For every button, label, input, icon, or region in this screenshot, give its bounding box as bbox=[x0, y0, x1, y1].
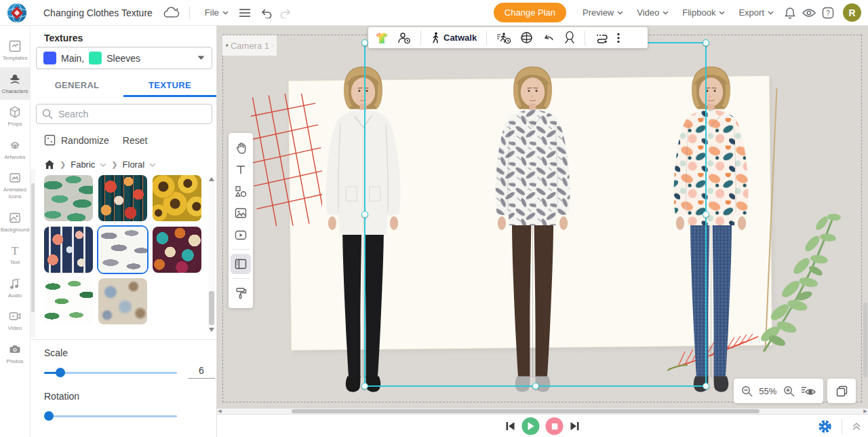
breadcrumb: ❯ Fabric ❯ Floral bbox=[44, 159, 156, 170]
cloud-sync-icon[interactable] bbox=[162, 3, 181, 22]
breadcrumb-separator: ❯ bbox=[111, 160, 117, 169]
zoom-out-icon[interactable] bbox=[741, 385, 753, 397]
sleeves-color-chip bbox=[89, 52, 102, 64]
view-eye-icon[interactable] bbox=[800, 3, 818, 22]
redo-icon[interactable] bbox=[276, 3, 295, 22]
layout-tool[interactable] bbox=[231, 254, 251, 274]
sidebar-item-video[interactable]: Video bbox=[0, 304, 30, 337]
pan-hand-tool[interactable] bbox=[231, 138, 251, 158]
texture-thumb-sunflowers[interactable] bbox=[153, 175, 201, 221]
run-animation-icon[interactable] bbox=[496, 32, 511, 44]
duplicate-page-button[interactable] bbox=[827, 379, 856, 403]
sidebar-item-props[interactable]: Props bbox=[0, 100, 30, 133]
tab-general[interactable]: GENERAL bbox=[31, 75, 123, 95]
sidebar-item-background[interactable]: Background bbox=[0, 206, 30, 239]
skip-to-start-button[interactable] bbox=[505, 421, 516, 432]
selection-bounding-box[interactable] bbox=[364, 42, 707, 387]
kebab-menu-icon[interactable] bbox=[617, 33, 620, 43]
layer-selector-dropdown[interactable]: Main, Sleeves bbox=[36, 47, 212, 69]
change-plan-button[interactable]: Change Plan bbox=[494, 3, 566, 22]
zoom-in-icon[interactable] bbox=[783, 385, 795, 397]
walking-person-icon bbox=[431, 32, 440, 44]
shapes-tool[interactable] bbox=[231, 181, 251, 202]
settings-gear-icon[interactable] bbox=[818, 419, 832, 434]
randomize-icon bbox=[44, 134, 56, 146]
sidebar-item-artworks[interactable]: Artworks bbox=[0, 133, 30, 166]
sidebar-item-photos[interactable]: Photos bbox=[0, 337, 30, 370]
selection-handle-right-middle[interactable] bbox=[703, 211, 709, 218]
texture-thumb-gray-leaves-selected[interactable] bbox=[98, 227, 147, 273]
app-logo[interactable] bbox=[7, 3, 27, 23]
export-menu[interactable]: Export bbox=[732, 0, 781, 26]
search-input[interactable] bbox=[58, 109, 180, 119]
preview-visibility-icon[interactable] bbox=[801, 385, 816, 396]
rotate-3d-sphere-icon[interactable] bbox=[520, 31, 533, 44]
canvas-vertical-scrollbar[interactable] bbox=[863, 26, 868, 408]
main-color-chip bbox=[43, 52, 56, 64]
stop-button[interactable] bbox=[546, 417, 564, 435]
camera-label[interactable]: Camera 1 bbox=[222, 35, 277, 56]
selection-handle-left-middle[interactable] bbox=[361, 211, 368, 218]
left-icon-sidebar: Templates Characters Props Artworks Anim… bbox=[0, 26, 31, 437]
panel-scrollbar[interactable] bbox=[31, 170, 35, 338]
selection-handle-top-left[interactable] bbox=[361, 39, 368, 46]
texture-thumb-multicolor-autumn-floral[interactable] bbox=[153, 227, 201, 273]
rotation-slider[interactable] bbox=[44, 411, 177, 421]
randomize-button[interactable]: Randomize bbox=[44, 134, 109, 146]
selection-handle-top-right[interactable] bbox=[703, 39, 709, 46]
scale-slider[interactable] bbox=[44, 368, 177, 377]
undo-icon[interactable] bbox=[257, 3, 276, 22]
canvas-tool-strip bbox=[229, 133, 253, 308]
user-avatar[interactable]: R bbox=[843, 3, 861, 22]
texture-thumb-tropical-floral-stripe[interactable] bbox=[98, 175, 147, 221]
motion-path-icon[interactable] bbox=[595, 33, 608, 43]
sidebar-item-animated-icons[interactable]: Animated Icons bbox=[0, 166, 30, 205]
canvas-horizontal-scrollbar[interactable]: ◀ ▶ bbox=[217, 408, 868, 414]
paint-roller-tool[interactable] bbox=[231, 283, 251, 303]
file-menu[interactable]: File bbox=[198, 0, 235, 26]
character-duration-icon[interactable] bbox=[397, 32, 411, 44]
zoom-level[interactable]: 55% bbox=[759, 386, 776, 396]
texture-grid-scrollbar[interactable] bbox=[208, 176, 215, 332]
notifications-bell-icon[interactable] bbox=[781, 3, 800, 22]
sidebar-item-text[interactable]: T Text bbox=[0, 238, 30, 271]
texture-thumb-vintage-blue-brown-floral[interactable] bbox=[98, 278, 147, 324]
sidebar-item-templates[interactable]: Templates bbox=[0, 34, 30, 67]
video-tool[interactable] bbox=[231, 225, 251, 245]
help-icon[interactable]: ? bbox=[818, 3, 837, 22]
document-title[interactable]: Changing Clothes Texture bbox=[43, 7, 153, 18]
chevron-down-icon bbox=[617, 11, 623, 15]
scale-value-input[interactable]: 6 bbox=[188, 365, 215, 379]
texture-thumb-scattered-green-leaves[interactable] bbox=[44, 278, 93, 324]
rotate-arrow-icon[interactable] bbox=[542, 33, 555, 43]
selection-handle-bottom-right[interactable] bbox=[703, 383, 709, 390]
canvas-area[interactable]: Camera 1 Catwalk bbox=[217, 26, 868, 414]
image-tool[interactable] bbox=[231, 203, 251, 223]
hamburger-menu-icon[interactable] bbox=[235, 3, 254, 22]
sidebar-item-audio[interactable]: Audio bbox=[0, 271, 30, 305]
texture-thumb-green-monstera-leaves[interactable] bbox=[44, 175, 93, 221]
kebab-menu-icon[interactable] bbox=[273, 41, 273, 50]
search-icon bbox=[42, 109, 53, 119]
head-face-icon[interactable] bbox=[564, 31, 575, 44]
breadcrumb-subcategory[interactable]: Floral bbox=[123, 159, 145, 170]
selection-handle-bottom-middle[interactable] bbox=[532, 383, 539, 390]
catwalk-animation-button[interactable]: Catwalk bbox=[431, 32, 477, 44]
reset-button[interactable]: Reset bbox=[123, 135, 148, 146]
selection-handle-bottom-left[interactable] bbox=[361, 383, 368, 390]
sidebar-item-characters[interactable]: Characters bbox=[0, 67, 30, 100]
text-tool[interactable] bbox=[231, 159, 251, 180]
tab-texture[interactable]: TEXTURE bbox=[123, 75, 216, 95]
clothes-texture-icon[interactable] bbox=[375, 32, 389, 44]
skip-to-end-button[interactable] bbox=[570, 421, 580, 432]
chevron-down-icon bbox=[149, 163, 156, 167]
chevron-down-icon bbox=[719, 11, 725, 15]
search-box[interactable] bbox=[36, 104, 212, 124]
texture-thumb-navy-stripe-coral-floral[interactable] bbox=[44, 227, 93, 273]
play-button[interactable] bbox=[522, 417, 540, 435]
flipbook-menu[interactable]: Flipbook bbox=[675, 0, 732, 26]
preview-menu[interactable]: Preview bbox=[576, 0, 630, 26]
expand-chevrons-icon[interactable] bbox=[852, 421, 861, 431]
breadcrumb-category[interactable]: Fabric bbox=[71, 159, 95, 170]
video-menu[interactable]: Video bbox=[630, 0, 675, 26]
